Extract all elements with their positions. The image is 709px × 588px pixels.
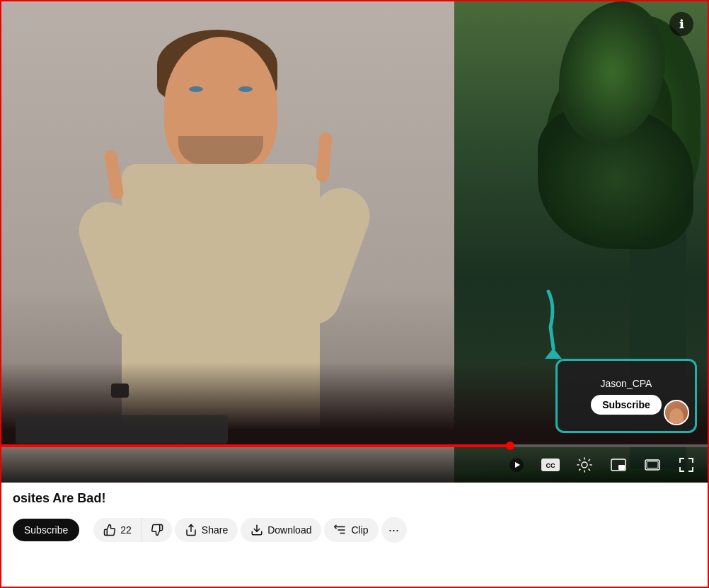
channel-name: Jason_CPA: [601, 378, 652, 389]
action-bar: Subscribe 22: [13, 513, 696, 547]
clip-icon: [334, 524, 347, 536]
more-button[interactable]: ···: [381, 517, 407, 543]
subscribe-main-button[interactable]: Subscribe: [13, 519, 79, 541]
fullscreen-button[interactable]: [676, 454, 697, 475]
svg-rect-8: [647, 461, 658, 468]
like-button[interactable]: 22: [93, 518, 142, 542]
action-buttons-group: 22 Share: [93, 517, 406, 543]
svg-text:CC: CC: [546, 462, 555, 469]
settings-button[interactable]: [574, 454, 595, 475]
theater-button[interactable]: [642, 454, 663, 475]
play-button[interactable]: [506, 454, 527, 475]
thumbs-up-icon: [103, 524, 116, 536]
video-controls-bar: CC: [1, 447, 708, 483]
svg-marker-0: [545, 348, 562, 359]
like-count: 22: [120, 524, 132, 536]
page-wrapper: ℹ Jason_CPA Subscribe: [1, 1, 708, 547]
share-icon: [185, 524, 197, 536]
subscribe-card-button[interactable]: Subscribe: [591, 395, 662, 415]
clip-label: Clip: [351, 524, 368, 536]
more-icon: ···: [388, 523, 399, 538]
svg-rect-6: [618, 465, 625, 470]
keyboard: [16, 415, 228, 444]
dislike-button[interactable]: [142, 518, 172, 542]
miniplayer-button[interactable]: [608, 454, 629, 475]
title-row: osites Are Bad!: [13, 491, 696, 506]
download-label: Download: [267, 524, 311, 536]
clip-button[interactable]: Clip: [324, 518, 378, 542]
subscribe-card: Jason_CPA Subscribe: [555, 359, 697, 433]
like-dislike-group: 22: [93, 518, 172, 542]
channel-avatar: [664, 400, 689, 425]
info-icon: ℹ: [679, 18, 684, 31]
annotation-arrow: [509, 284, 566, 369]
info-button[interactable]: ℹ: [669, 12, 693, 36]
video-player[interactable]: ℹ Jason_CPA Subscribe: [1, 1, 708, 483]
video-title: osites Are Bad!: [13, 491, 696, 506]
share-label: Share: [202, 524, 228, 536]
thumbs-down-icon: [151, 524, 163, 536]
download-icon: [250, 524, 263, 536]
cc-button[interactable]: CC: [540, 454, 561, 475]
download-button[interactable]: Download: [241, 518, 321, 542]
share-button[interactable]: Share: [175, 518, 238, 542]
below-video-section: osites Are Bad! Subscribe 22: [1, 483, 708, 547]
